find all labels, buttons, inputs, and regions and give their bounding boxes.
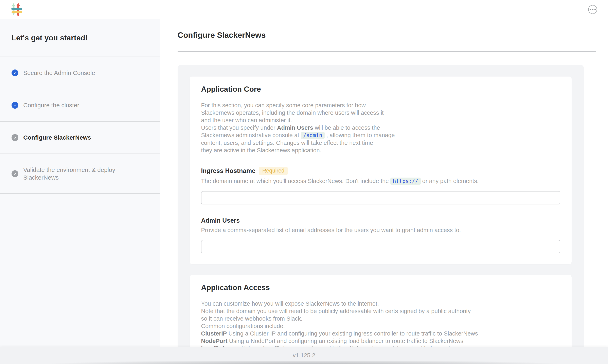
top-bar xyxy=(0,0,608,19)
main-content: Configure SlackerNews Application Core F… xyxy=(160,19,608,347)
sidebar-heading: Let's get you started! xyxy=(0,19,160,57)
check-circle-icon xyxy=(12,102,18,109)
sidebar-step-configure-slackernews[interactable]: Configure SlackerNews xyxy=(0,122,160,154)
step-label: Configure SlackerNews xyxy=(23,134,91,141)
page-title: Configure SlackerNews xyxy=(178,31,596,39)
application-access-card: Application Access You can customize how… xyxy=(190,275,572,347)
step-label: Configure the cluster xyxy=(23,101,79,109)
step-label: Validate the environment & deploy Slacke… xyxy=(23,166,137,182)
app-version: v1.125.2 xyxy=(293,352,315,359)
step-label: Secure the Admin Console xyxy=(23,69,95,77)
check-circle-icon xyxy=(12,69,18,76)
title-divider xyxy=(178,51,596,52)
config-panel: Application Core For this section, you c… xyxy=(178,65,584,347)
admin-users-input[interactable] xyxy=(201,240,560,253)
ellipsis-dot xyxy=(592,9,594,10)
card-description: You can customize how you will expose Sl… xyxy=(201,300,560,347)
ellipsis-dot xyxy=(590,9,591,10)
application-core-card: Application Core For this section, you c… xyxy=(190,77,572,264)
overflow-menu-button[interactable] xyxy=(588,5,597,14)
sidebar-step-configure-cluster[interactable]: Configure the cluster xyxy=(0,89,160,122)
field-helper-text: Provide a comma-separated list of email … xyxy=(201,226,560,234)
card-description: For this section, you can specify some c… xyxy=(201,102,560,154)
sidebar-step-secure-admin-console[interactable]: Secure the Admin Console xyxy=(0,57,160,89)
app-footer: v1.125.2 xyxy=(0,347,608,364)
admin-console-window: Let's get you started! Secure the Admin … xyxy=(0,0,608,364)
ellipsis-dot xyxy=(594,9,596,10)
required-badge: Required xyxy=(259,167,288,175)
check-circle-icon xyxy=(12,134,18,141)
admin-users-field-group: Admin Users Provide a comma-separated li… xyxy=(201,217,560,253)
sidebar-step-validate-deploy[interactable]: Validate the environment & deploy Slacke… xyxy=(0,154,160,194)
card-title: Application Core xyxy=(201,85,560,93)
ingress-hostname-field-group: Ingress Hostname Required The domain nam… xyxy=(201,167,560,204)
field-label: Ingress Hostname xyxy=(201,167,255,175)
field-label: Admin Users xyxy=(201,217,240,224)
ingress-hostname-input[interactable] xyxy=(201,191,560,204)
slackernews-logo-icon xyxy=(11,3,22,16)
check-circle-icon xyxy=(12,170,18,177)
card-title: Application Access xyxy=(201,283,560,292)
field-helper-text: The domain name at which you'll access S… xyxy=(201,177,560,185)
setup-steps-sidebar: Let's get you started! Secure the Admin … xyxy=(0,19,160,347)
